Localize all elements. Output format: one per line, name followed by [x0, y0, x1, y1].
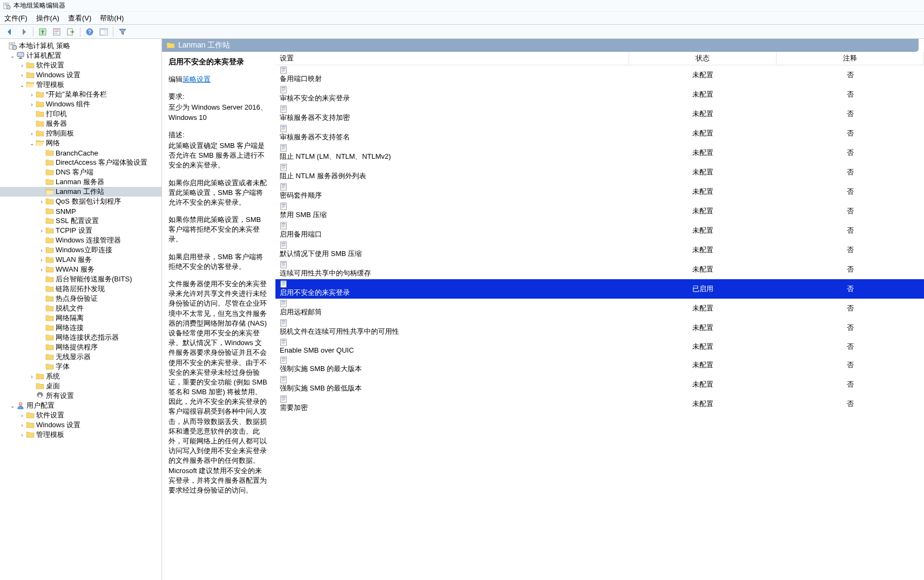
- export-button[interactable]: [64, 26, 77, 38]
- tree-lanman-server[interactable]: Lanman 服务器: [0, 177, 161, 187]
- tree-windows-components[interactable]: ›Windows 组件: [0, 99, 161, 109]
- expand-icon[interactable]: ›: [38, 267, 45, 273]
- list-item[interactable]: 脱机文件在连续可用性共享中的可用性未配置否: [275, 318, 924, 338]
- collapse-icon[interactable]: ⌄: [18, 82, 26, 88]
- list-item[interactable]: 需要加密未配置否: [275, 394, 924, 414]
- tree-network[interactable]: ⌄网络: [0, 138, 161, 148]
- tree-bits[interactable]: 后台智能传送服务(BITS): [0, 274, 161, 284]
- tree-admin-templates[interactable]: ⌄管理模板: [0, 80, 161, 90]
- tree-computer-config[interactable]: ⌄计算机配置: [0, 51, 161, 60]
- tree-pane[interactable]: 本地计算机 策略 ⌄计算机配置 ›软件设置 ›Windows 设置 ⌄管理模板 …: [0, 39, 162, 580]
- tree-qos[interactable]: ›QoS 数据包计划程序: [0, 197, 161, 206]
- list-item[interactable]: 阻止 NTLM 服务器例外列表未配置否: [275, 163, 924, 182]
- tree-user-config[interactable]: ⌄用户配置: [0, 401, 161, 410]
- collapse-icon[interactable]: ⌄: [28, 140, 36, 146]
- forward-button[interactable]: [17, 26, 30, 38]
- tree-net-provider[interactable]: 网络提供程序: [0, 342, 161, 352]
- tree-system[interactable]: ›系统: [0, 372, 161, 381]
- expand-icon[interactable]: ›: [18, 413, 26, 419]
- list-item[interactable]: 审核服务器不支持签名未配置否: [275, 124, 924, 143]
- tree-root[interactable]: 本地计算机 策略: [0, 41, 161, 51]
- expand-icon[interactable]: ›: [18, 422, 26, 428]
- tree-desktop[interactable]: 桌面: [0, 381, 161, 391]
- list-item[interactable]: 启用备用端口未配置否: [275, 221, 924, 240]
- tree-ssl[interactable]: SSL 配置设置: [0, 216, 161, 226]
- tree-wireless-display[interactable]: 无线显示器: [0, 352, 161, 362]
- list-item[interactable]: 连续可用性共享中的句柄缓存未配置否: [275, 260, 924, 279]
- tree-wwan[interactable]: ›WWAN 服务: [0, 265, 161, 274]
- properties-button[interactable]: [50, 26, 63, 38]
- menu-help[interactable]: 帮助(H): [100, 14, 124, 23]
- expand-icon[interactable]: ›: [18, 432, 26, 438]
- tree-windows-settings[interactable]: ›Windows 设置: [0, 70, 161, 80]
- list-item[interactable]: 强制实施 SMB 的最低版本未配置否: [275, 375, 924, 394]
- column-state[interactable]: 状态: [629, 52, 777, 65]
- expand-icon[interactable]: ›: [28, 374, 36, 380]
- menu-file[interactable]: 文件(F): [4, 14, 28, 23]
- list-item[interactable]: 审核不安全的来宾登录未配置否: [275, 85, 924, 104]
- tree-hotspot[interactable]: 热点身份验证: [0, 294, 161, 304]
- tree-directaccess[interactable]: DirectAccess 客户端体验设置: [0, 158, 161, 167]
- tree-wlan[interactable]: ›WLAN 服务: [0, 255, 161, 265]
- list-item[interactable]: 禁用 SMB 压缩未配置否: [275, 201, 924, 221]
- tree-net-conn[interactable]: 网络连接: [0, 323, 161, 333]
- tree-all-settings[interactable]: 所有设置: [0, 391, 161, 401]
- setting-name: 连续可用性共享中的句柄缓存: [280, 269, 371, 277]
- setting-name: 审核服务器不支持签名: [280, 133, 350, 141]
- expand-icon[interactable]: ›: [18, 63, 26, 69]
- list-item[interactable]: 启用不安全的来宾登录已启用否: [275, 279, 924, 299]
- list-item[interactable]: 审核服务器不支持加密未配置否: [275, 104, 924, 124]
- filter-button[interactable]: [116, 26, 129, 38]
- tree-branchcache[interactable]: BranchCache: [0, 148, 161, 158]
- expand-icon[interactable]: ›: [38, 257, 45, 263]
- tree-offline-files[interactable]: 脱机文件: [0, 304, 161, 313]
- collapse-icon[interactable]: ⌄: [9, 403, 16, 409]
- tree-user-admin[interactable]: ›管理模板: [0, 430, 161, 440]
- tree-lanman-workstation[interactable]: Lanman 工作站: [0, 187, 161, 197]
- edit-policy-link[interactable]: 策略设置: [183, 75, 211, 83]
- tree-start-menu[interactable]: ›“开始”菜单和任务栏: [0, 90, 161, 99]
- collapse-icon[interactable]: ⌄: [9, 53, 16, 59]
- expand-icon[interactable]: ›: [28, 92, 36, 98]
- tree-software-settings[interactable]: ›软件设置: [0, 60, 161, 70]
- column-setting[interactable]: 设置: [275, 52, 629, 65]
- tree-snmp[interactable]: SNMP: [0, 206, 161, 216]
- help-button[interactable]: [83, 26, 96, 38]
- expand-icon[interactable]: ›: [28, 131, 36, 137]
- list-item[interactable]: 备用端口映射未配置否: [275, 65, 924, 85]
- tree-dns-client[interactable]: DNS 客户端: [0, 167, 161, 177]
- settings-list[interactable]: 设置 状态 注释 备用端口映射未配置否审核不安全的来宾登录未配置否审核服务器不支…: [275, 52, 924, 580]
- tree-fonts[interactable]: 字体: [0, 362, 161, 372]
- tree-lltd[interactable]: 链路层拓扑发现: [0, 284, 161, 294]
- tree-net-isolation[interactable]: 网络隔离: [0, 313, 161, 323]
- expand-icon[interactable]: ›: [38, 199, 45, 205]
- tree-ncsi[interactable]: 网络连接状态指示器: [0, 333, 161, 342]
- list-item[interactable]: 默认情况下使用 SMB 压缩未配置否: [275, 240, 924, 260]
- list-item[interactable]: 阻止 NTLM (LM、NTLM、NTLMv2)未配置否: [275, 143, 924, 163]
- tree-label: 字体: [56, 362, 70, 372]
- tree-control-panel[interactable]: ›控制面板: [0, 129, 161, 138]
- list-item[interactable]: Enable SMB over QUIC未配置否: [275, 338, 924, 355]
- pane-button[interactable]: [97, 26, 110, 38]
- list-item[interactable]: 强制实施 SMB 的最大版本未配置否: [275, 355, 924, 375]
- column-comment[interactable]: 注释: [777, 52, 924, 65]
- window-title: 本地组策略编辑器: [14, 1, 65, 10]
- back-button[interactable]: [3, 26, 16, 38]
- cell-state: 未配置: [629, 201, 777, 221]
- tree-win-instant[interactable]: ›Windows立即连接: [0, 245, 161, 255]
- expand-icon[interactable]: ›: [18, 72, 26, 78]
- expand-icon[interactable]: ›: [38, 228, 45, 234]
- expand-icon[interactable]: ›: [28, 102, 36, 107]
- list-item[interactable]: 密码套件顺序未配置否: [275, 182, 924, 201]
- list-item[interactable]: 启用远程邮筒未配置否: [275, 299, 924, 318]
- tree-user-software[interactable]: ›软件设置: [0, 410, 161, 420]
- expand-icon[interactable]: ›: [38, 247, 45, 253]
- menu-view[interactable]: 查看(V): [68, 14, 91, 23]
- tree-user-windows[interactable]: ›Windows 设置: [0, 420, 161, 430]
- tree-win-conn-mgr[interactable]: Windows 连接管理器: [0, 235, 161, 245]
- up-button[interactable]: [36, 26, 49, 38]
- tree-tcpip[interactable]: ›TCPIP 设置: [0, 226, 161, 235]
- tree-server[interactable]: 服务器: [0, 119, 161, 129]
- menu-action[interactable]: 操作(A): [36, 14, 59, 23]
- tree-printers[interactable]: 打印机: [0, 109, 161, 119]
